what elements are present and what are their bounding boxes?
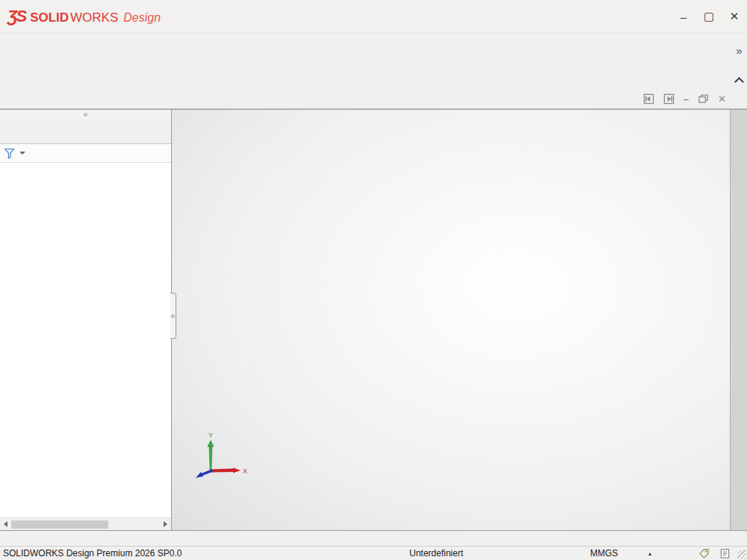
units-caret-icon[interactable]: ▴	[648, 550, 651, 557]
minimize-doc-icon[interactable]: –	[684, 93, 689, 105]
solidworks-logo: ƷSSOLIDWORKSDesign	[7, 7, 161, 26]
resize-grip[interactable]	[737, 550, 746, 559]
triad-x-label: X	[243, 467, 247, 475]
dassault-logo-glyph: ƷS	[7, 7, 25, 26]
restore-doc-icon[interactable]	[698, 93, 709, 105]
filter-dropdown-caret[interactable]	[19, 152, 25, 155]
panel-splitter-grip[interactable]	[0, 110, 171, 119]
filter-funnel-icon[interactable]	[4, 147, 16, 160]
document-window-controls: – ✕	[643, 93, 726, 105]
tree-filter-row	[0, 144, 171, 163]
command-manager-tabbar: – ✕	[0, 91, 747, 109]
gear-assembly-model[interactable]	[172, 110, 730, 530]
previous-window-icon[interactable]	[643, 93, 654, 105]
scrollbar-thumb[interactable]	[11, 520, 108, 529]
constraint-state-text: Unterdefiniert	[409, 548, 463, 559]
feature-manager-panel	[0, 110, 172, 530]
triad-y-label: Y	[208, 432, 213, 439]
scroll-right-icon[interactable]	[164, 521, 167, 527]
close-button[interactable]: ✕	[722, 4, 747, 29]
feature-panel-tabs	[0, 119, 171, 144]
title-bar: ƷSSOLIDWORKSDesign – ▢ ✕	[0, 0, 747, 34]
feature-tree	[0, 163, 171, 517]
command-manager-ribbon: »	[0, 34, 747, 91]
graphics-viewport[interactable]: Y X	[172, 110, 730, 530]
app-version-text: SOLIDWORKS Design Premium 2026 SP0.0	[3, 548, 182, 559]
units-selector[interactable]: MMGS	[590, 548, 618, 559]
solidworks-window: ƷSSOLIDWORKSDesign – ▢ ✕ » – ✕	[0, 0, 747, 560]
ribbon-overflow-chevron[interactable]: »	[736, 44, 742, 57]
orientation-triad: Y X	[193, 430, 248, 487]
task-pane-strip	[730, 110, 747, 530]
minimize-button[interactable]: –	[671, 4, 696, 29]
tag-icon[interactable]	[698, 548, 710, 559]
window-controls: – ▢ ✕	[671, 4, 747, 29]
maximize-button[interactable]: ▢	[696, 4, 722, 29]
note-icon[interactable]	[719, 548, 731, 559]
close-doc-icon[interactable]: ✕	[718, 93, 726, 105]
ribbon-collapse-icon[interactable]	[734, 77, 744, 87]
next-window-icon[interactable]	[663, 93, 675, 105]
model-tabs	[0, 530, 747, 546]
tree-horizontal-scrollbar[interactable]	[0, 517, 171, 530]
scroll-left-icon[interactable]	[4, 521, 7, 527]
status-bar: SOLIDWORKS Design Premium 2026 SP0.0 Unt…	[0, 546, 747, 560]
panel-flyout-handle[interactable]	[170, 293, 176, 339]
